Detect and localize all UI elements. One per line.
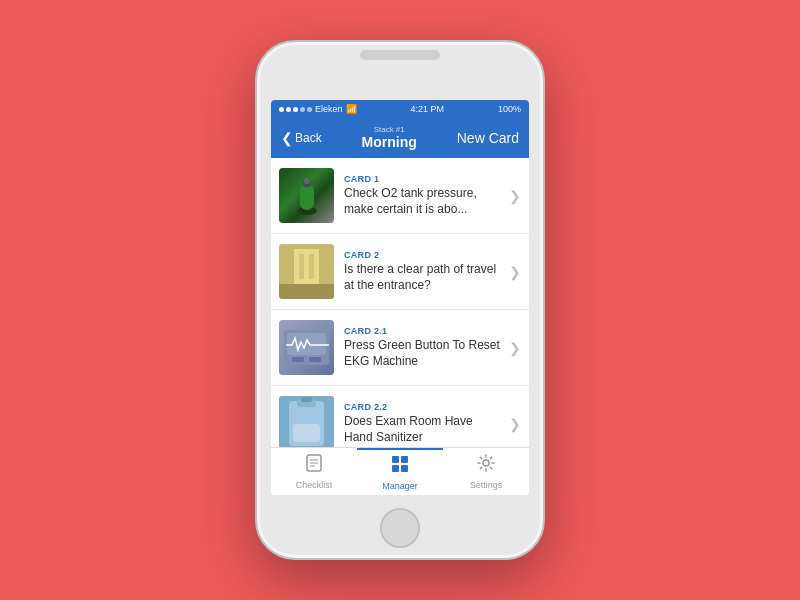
card-content: CARD 2 Is there a clear path of travel a… [344,250,503,293]
back-chevron-icon: ❮ [281,130,293,146]
chevron-right-icon: ❯ [509,264,521,280]
status-bar: Eleken 📶 4:21 PM 100% [271,100,529,118]
nav-bar: ❮ Back Stack #1 Morning New Card [271,118,529,158]
card-title: Is there a clear path of travel at the e… [344,262,503,293]
svg-rect-8 [279,284,334,299]
svg-rect-31 [401,465,408,472]
card-title: Press Green Button To Reset EKG Machine [344,338,503,369]
wifi-icon: 📶 [346,104,357,114]
svg-rect-17 [293,424,320,442]
svg-rect-12 [309,357,321,362]
settings-tab-label: Settings [470,480,503,490]
nav-title: Morning [362,135,417,150]
card-content: CARD 2.1 Press Green Button To Reset EKG… [344,326,503,369]
list-item[interactable]: CARD 2.2 Does Exam Room Have Hand Saniti… [271,386,529,447]
manager-icon [390,454,410,479]
phone-screen: Eleken 📶 4:21 PM 100% ❮ Back Stack #1 Mo… [271,100,529,495]
nav-center: Stack #1 Morning [362,126,417,150]
card-label: CARD 2 [344,250,503,260]
svg-rect-1 [300,184,314,210]
new-card-button[interactable]: New Card [457,130,519,146]
list-item[interactable]: CARD 2.1 Press Green Button To Reset EKG… [271,310,529,386]
svg-rect-11 [292,357,304,362]
card-content: CARD 1 Check O2 tank pressure, make cert… [344,174,503,217]
svg-point-3 [304,178,310,184]
svg-point-32 [483,460,489,466]
card-image [279,396,334,447]
svg-rect-28 [392,456,399,463]
list-item[interactable]: CARD 2 Is there a clear path of travel a… [271,234,529,310]
chevron-right-icon: ❯ [509,416,521,432]
phone-home-button[interactable] [380,508,420,548]
battery-status: 100% [498,104,521,114]
card-label: CARD 2.1 [344,326,503,336]
checklist-icon [304,453,324,478]
checklist-tab-label: Checklist [296,480,333,490]
manager-tab-label: Manager [382,481,418,491]
svg-rect-29 [401,456,408,463]
card-title: Does Exam Room Have Hand Sanitizer [344,414,503,445]
tab-settings[interactable]: Settings [443,448,529,495]
card-label: CARD 1 [344,174,503,184]
svg-rect-7 [309,254,314,279]
clock: 4:21 PM [410,104,444,114]
card-image [279,320,334,375]
svg-rect-16 [301,397,312,402]
card-image [279,244,334,299]
tab-bar: Checklist Manager [271,447,529,495]
back-button[interactable]: ❮ Back [281,130,322,146]
svg-rect-30 [392,465,399,472]
card-image [279,168,334,223]
back-label: Back [295,131,322,145]
chevron-right-icon: ❯ [509,340,521,356]
list-item[interactable]: CARD 1 Check O2 tank pressure, make cert… [271,158,529,234]
tab-checklist[interactable]: Checklist [271,448,357,495]
svg-rect-5 [294,249,319,284]
carrier-name: Eleken [315,104,343,114]
settings-icon [476,453,496,478]
card-content: CARD 2.2 Does Exam Room Have Hand Saniti… [344,402,503,445]
tab-manager[interactable]: Manager [357,448,443,495]
svg-rect-6 [299,254,304,279]
card-label: CARD 2.2 [344,402,503,412]
chevron-right-icon: ❯ [509,188,521,204]
phone-wrapper: Eleken 📶 4:21 PM 100% ❮ Back Stack #1 Mo… [255,40,545,560]
stack-label: Stack #1 [374,126,405,135]
card-title: Check O2 tank pressure, make certain it … [344,186,503,217]
phone-top-bar [360,50,440,60]
card-list: CARD 1 Check O2 tank pressure, make cert… [271,158,529,447]
